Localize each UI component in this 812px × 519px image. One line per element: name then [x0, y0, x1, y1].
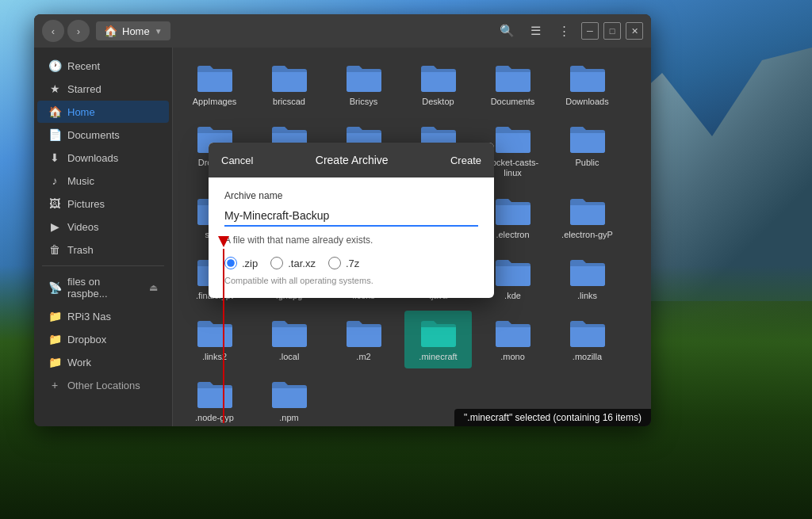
- view-toggle-button[interactable]: ☰: [524, 20, 546, 42]
- window-controls: ─ □ ✕: [581, 22, 643, 40]
- file-name: .mono: [500, 352, 525, 362]
- sidebar-item-pictures[interactable]: 🖼 Pictures: [37, 193, 169, 215]
- close-button[interactable]: ✕: [626, 22, 643, 40]
- file-item[interactable]: .links2: [181, 311, 248, 368]
- folder-icon: [345, 317, 383, 349]
- dialog-title: Create Archive: [266, 154, 438, 166]
- format-hint: Compatible with all operating systems.: [224, 276, 478, 285]
- file-item[interactable]: .m2: [330, 311, 397, 368]
- tarxz-option[interactable]: .tar.xz: [270, 257, 316, 269]
- minimize-button[interactable]: ─: [581, 22, 599, 40]
- trash-icon: 🗑: [48, 243, 61, 256]
- downloads-icon: ⬇: [48, 151, 61, 164]
- file-name: .links: [577, 291, 597, 301]
- folder-icon: [270, 317, 308, 349]
- create-button[interactable]: Create: [438, 143, 494, 177]
- back-button[interactable]: ‹: [42, 20, 64, 42]
- videos-icon: ▶: [48, 220, 61, 233]
- file-item[interactable]: .npm: [255, 372, 323, 426]
- sidebar-item-trash[interactable]: 🗑 Trash: [37, 239, 169, 261]
- sidebar-item-music[interactable]: ♪ Music: [37, 170, 169, 192]
- create-archive-dialog[interactable]: Cancel Create Archive Create Archive nam…: [209, 143, 494, 298]
- tarxz-radio[interactable]: [270, 257, 283, 269]
- sidebar-item-label: Recent: [67, 60, 100, 72]
- 7z-option[interactable]: .7z: [328, 257, 359, 269]
- location-bar[interactable]: 🏠 Home ▼: [96, 21, 170, 40]
- file-item[interactable]: Desktop: [404, 55, 472, 113]
- sidebar-item-label: Music: [67, 175, 94, 187]
- sidebar-item-recent[interactable]: 🕐 Recent: [37, 55, 169, 77]
- home-icon: 🏠: [48, 105, 61, 118]
- file-name: Public: [576, 158, 599, 168]
- sidebar-item-label: Documents: [67, 129, 120, 141]
- file-item[interactable]: .electron-gyP: [553, 189, 621, 246]
- folder-icon: [270, 378, 308, 410]
- file-item[interactable]: .local: [255, 311, 323, 368]
- folder-icon: [196, 378, 234, 410]
- file-item[interactable]: .links: [553, 250, 621, 307]
- file-name: .electron-gyP: [561, 230, 613, 240]
- archive-name-label: Archive name: [224, 190, 478, 201]
- sidebar-item-home[interactable]: 🏠 Home: [37, 101, 169, 123]
- music-icon: ♪: [48, 174, 61, 187]
- sidebar-item-dropbox[interactable]: 📁 Dropbox: [37, 328, 169, 350]
- nav-controls: ‹ ›: [42, 20, 90, 42]
- folder-icon: [569, 317, 607, 349]
- file-item[interactable]: Public: [553, 116, 621, 185]
- file-item[interactable]: AppImages: [181, 55, 248, 113]
- search-button[interactable]: 🔍: [496, 20, 518, 42]
- sidebar-item-documents[interactable]: 📄 Documents: [37, 124, 169, 146]
- sidebar-item-label: RPi3 Nas: [67, 311, 111, 322]
- sidebar-item-videos[interactable]: ▶ Videos: [37, 216, 169, 238]
- file-item[interactable]: Bricsys: [330, 55, 397, 113]
- folder-icon: [196, 62, 234, 93]
- folder-icon: [569, 256, 607, 288]
- folder-icon: 📁: [48, 310, 61, 322]
- folder-icon: [569, 123, 607, 155]
- sidebar-item-label: files on raspbe...: [67, 276, 143, 300]
- forward-button[interactable]: ›: [67, 20, 90, 42]
- folder-icon: [569, 195, 607, 227]
- zip-option[interactable]: .zip: [224, 257, 258, 269]
- maximize-button[interactable]: □: [603, 22, 621, 40]
- file-name: .kde: [504, 291, 521, 301]
- menu-button[interactable]: ⋮: [553, 20, 575, 42]
- folder-icon: [494, 195, 532, 227]
- chevron-down-icon: ▼: [155, 27, 163, 36]
- sidebar-item-label: Dropbox: [67, 334, 106, 345]
- 7z-radio[interactable]: [328, 257, 341, 269]
- sidebar-separator: [42, 265, 164, 266]
- sidebar-item-other-locations[interactable]: + Other Locations: [37, 374, 169, 396]
- sidebar-item-work[interactable]: 📁 Work: [37, 351, 169, 373]
- titlebar-actions: 🔍 ☰ ⋮: [496, 20, 575, 42]
- sidebar-item-rpi3[interactable]: 📁 RPi3 Nas: [37, 305, 169, 327]
- file-name: .m2: [356, 352, 370, 362]
- file-item[interactable]: bricscad: [255, 55, 323, 113]
- home-icon: 🏠: [104, 25, 117, 37]
- file-name: .minecraft: [419, 352, 457, 362]
- sidebar-item-raspbe[interactable]: 📡 files on raspbe... ⏏: [37, 271, 169, 304]
- file-name: .local: [279, 352, 300, 362]
- sidebar-item-label: Pictures: [67, 198, 105, 210]
- folder-icon: [569, 62, 607, 93]
- sidebar-item-starred[interactable]: ★ Starred: [37, 78, 169, 100]
- sidebar-item-downloads[interactable]: ⬇ Downloads: [37, 147, 169, 169]
- zip-radio[interactable]: [224, 257, 237, 269]
- file-item[interactable]: .minecraft: [404, 311, 472, 368]
- file-item[interactable]: Downloads: [553, 55, 621, 113]
- sidebar-item-label: Other Locations: [67, 380, 140, 391]
- file-item[interactable]: Documents: [479, 55, 546, 113]
- eject-icon[interactable]: ⏏: [149, 282, 158, 293]
- folder-icon: [270, 62, 308, 93]
- dropbox-icon: 📁: [48, 333, 61, 345]
- archive-name-input[interactable]: [224, 206, 478, 227]
- folder-icon: [494, 123, 532, 155]
- network-icon: 📡: [48, 281, 61, 294]
- folder-icon: [196, 317, 234, 349]
- add-icon: +: [48, 379, 61, 391]
- file-item[interactable]: .mono: [479, 311, 546, 368]
- file-item[interactable]: .mozilla: [553, 311, 621, 368]
- file-item[interactable]: .node-gyp: [181, 372, 248, 426]
- file-name: Downloads: [565, 97, 608, 107]
- cancel-button[interactable]: Cancel: [209, 143, 266, 177]
